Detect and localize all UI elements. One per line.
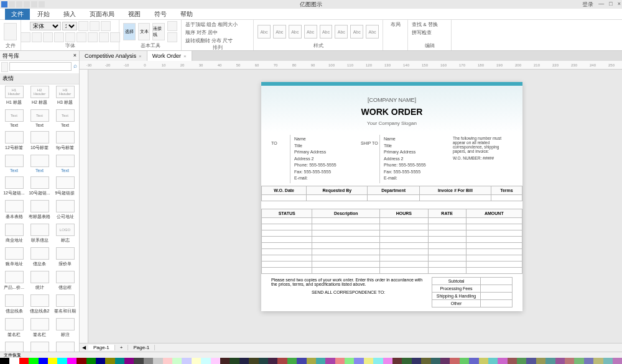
menu-symbol[interactable]: 符号: [148, 9, 173, 20]
company-slogan[interactable]: Your Company Slogan: [261, 121, 522, 126]
shape-item[interactable]: 信息框: [54, 271, 77, 291]
style-preset[interactable]: Abc: [304, 25, 317, 39]
color-swatch[interactable]: [86, 358, 96, 364]
color-swatch[interactable]: [67, 358, 77, 364]
color-swatch[interactable]: [287, 358, 297, 364]
color-swatch[interactable]: [364, 358, 373, 364]
menu-file[interactable]: 文件: [5, 9, 30, 20]
color-swatch[interactable]: [39, 358, 48, 364]
close-icon[interactable]: ×: [183, 53, 187, 59]
color-swatch[interactable]: [565, 358, 574, 364]
decrease-font-icon[interactable]: [90, 21, 100, 31]
page[interactable]: [COMPANY NAME] WORK ORDER Your Company S…: [261, 82, 522, 311]
color-swatch[interactable]: [201, 358, 210, 364]
color-swatch[interactable]: [57, 358, 67, 364]
color-swatch[interactable]: [268, 358, 277, 364]
work-order-title[interactable]: WORK ORDER: [261, 107, 522, 117]
undo-icon[interactable]: [16, 1, 22, 7]
search-icon[interactable]: ⌕: [73, 62, 78, 72]
shape-item[interactable]: 10号标签: [29, 131, 51, 151]
style-preset[interactable]: Abc: [273, 25, 286, 39]
shape-item[interactable]: 有标题表格: [29, 200, 51, 220]
color-swatch[interactable]: [526, 358, 536, 364]
shapes-category-tab[interactable]: 表情: [0, 73, 79, 84]
align-left-icon[interactable]: [88, 32, 98, 42]
shape-item[interactable]: 12号标签: [3, 131, 26, 151]
shape-item[interactable]: 信息线条2: [29, 294, 51, 314]
color-swatch[interactable]: [574, 358, 583, 364]
menu-help[interactable]: 帮助: [174, 9, 199, 20]
font-color-icon[interactable]: [65, 32, 75, 42]
color-swatch[interactable]: [297, 358, 306, 364]
color-swatch[interactable]: [115, 358, 124, 364]
color-swatch[interactable]: [220, 358, 230, 364]
shape-item[interactable]: 信息线条: [3, 294, 26, 314]
shape-item[interactable]: TextText: [54, 109, 77, 127]
shape-item[interactable]: 签名栏: [3, 318, 26, 338]
shape-item[interactable]: 公司地址: [54, 200, 77, 220]
wo-summary[interactable]: Subtotal Processing Fees Shipping & Hand…: [432, 278, 513, 307]
find-replace-menu[interactable]: 查找 & 替换: [412, 21, 438, 28]
shape-item[interactable]: 9号超链接: [54, 176, 77, 196]
font-size-select[interactable]: 10: [62, 22, 77, 30]
color-swatch[interactable]: [307, 358, 316, 364]
compose-menu[interactable]: 组合: [207, 21, 216, 28]
shape-item[interactable]: 联系信息: [29, 224, 51, 243]
shape-item[interactable]: H3 HeaderH3 标题: [54, 86, 77, 106]
color-swatch[interactable]: [431, 358, 440, 364]
menu-start[interactable]: 开始: [31, 9, 56, 20]
save-icon[interactable]: [9, 1, 15, 7]
color-swatch[interactable]: [469, 358, 478, 364]
menu-insert[interactable]: 插入: [57, 9, 82, 20]
doc-tab-workorder[interactable]: Work Order×: [147, 51, 192, 61]
page-tab[interactable]: Page-1: [88, 345, 115, 350]
color-swatch[interactable]: [77, 358, 86, 364]
shape-item[interactable]: 签名栏: [29, 318, 51, 338]
color-swatch[interactable]: [335, 358, 345, 364]
connector-tool-button[interactable]: 连接线: [152, 23, 165, 40]
color-swatch[interactable]: [383, 358, 392, 364]
maximize-button[interactable]: □: [609, 1, 612, 9]
underline-icon[interactable]: [43, 32, 53, 42]
color-swatch[interactable]: [412, 358, 421, 364]
color-swatch[interactable]: [460, 358, 469, 364]
color-swatch[interactable]: [316, 358, 325, 364]
style-preset[interactable]: Abc: [320, 25, 333, 39]
color-swatch[interactable]: [19, 358, 29, 364]
color-swatch[interactable]: [325, 358, 335, 364]
color-swatch[interactable]: [124, 358, 134, 364]
color-swatch[interactable]: [450, 358, 459, 364]
style-preset[interactable]: Abc: [258, 25, 271, 39]
shape-item[interactable]: 9p号标签: [54, 131, 77, 151]
shape-item[interactable]: 统计: [29, 271, 51, 291]
color-swatch[interactable]: [239, 358, 249, 364]
shapes-panel-close-icon[interactable]: ×: [73, 52, 77, 59]
font-name-select[interactable]: 宋体: [30, 22, 61, 30]
shape-item[interactable]: 基本表格: [3, 200, 26, 220]
color-swatch[interactable]: [259, 358, 268, 364]
color-swatch[interactable]: [29, 358, 38, 364]
color-swatch[interactable]: [134, 358, 143, 364]
color-swatch[interactable]: [9, 358, 19, 364]
space-menu[interactable]: 尺寸: [223, 37, 233, 44]
color-swatch[interactable]: [545, 358, 555, 364]
color-swatch[interactable]: [488, 358, 498, 364]
distribute-menu[interactable]: 分布: [211, 37, 221, 44]
color-swatch[interactable]: [421, 358, 430, 364]
color-swatch[interactable]: [0, 358, 9, 364]
style-preset[interactable]: Abc: [289, 25, 302, 39]
increase-font-icon[interactable]: [78, 21, 88, 31]
shape-item[interactable]: Text: [54, 155, 77, 173]
shape-item[interactable]: 签名和日期: [54, 294, 77, 314]
bullets-icon[interactable]: [110, 32, 120, 42]
page-tab-2[interactable]: Page-1: [128, 345, 155, 350]
shape-tool-icon[interactable]: [167, 32, 177, 42]
color-swatch[interactable]: [182, 358, 191, 364]
to-address[interactable]: NameTitle Primary AddressAddress 2 Phone…: [290, 135, 361, 183]
shape-item[interactable]: TextText: [29, 109, 51, 127]
line-tool-icon[interactable]: [167, 21, 177, 31]
color-swatch[interactable]: [555, 358, 565, 364]
company-name[interactable]: [COMPANY NAME]: [261, 97, 522, 103]
color-swatch[interactable]: [613, 358, 622, 364]
shape-item[interactable]: 报价单: [54, 247, 77, 267]
